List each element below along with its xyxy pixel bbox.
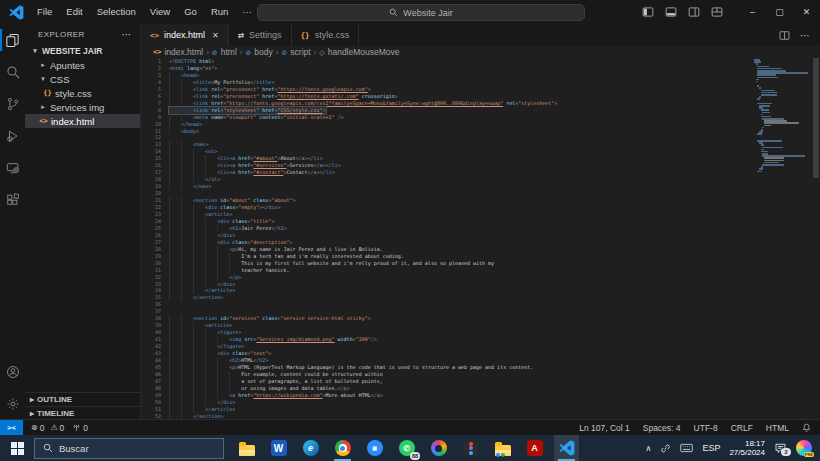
- code-line[interactable]: 33</div>: [141, 281, 820, 288]
- code-line[interactable]: 40<figure>: [141, 329, 820, 336]
- shared-folder-icon[interactable]: [490, 435, 515, 461]
- code-line[interactable]: 31teacher Yannick.: [141, 267, 820, 274]
- code-line[interactable]: 29I'm a tech fan and i'm really interest…: [141, 253, 820, 260]
- code-line[interactable]: 25<h1>Jair Perez</h1>: [141, 225, 820, 232]
- code-line[interactable]: 48or using images and data tables.</p>: [141, 385, 820, 392]
- explorer-icon[interactable]: [0, 24, 25, 56]
- tree-item-index-html[interactable]: <> index.html: [25, 114, 140, 128]
- close-button[interactable]: ✕: [793, 0, 820, 24]
- cursor-position[interactable]: Ln 107, Col 1: [579, 423, 630, 433]
- code-line[interactable]: 19</nav>: [141, 183, 820, 190]
- menu-selection[interactable]: Selection: [90, 3, 143, 21]
- minimap[interactable]: [754, 59, 812, 420]
- command-center-search[interactable]: Website Jair: [257, 4, 585, 21]
- remote-explorer-icon[interactable]: [0, 152, 25, 184]
- paint-app-icon[interactable]: [426, 435, 451, 461]
- minimize-button[interactable]: –: [739, 0, 766, 24]
- code-line[interactable]: 39<article>: [141, 322, 820, 329]
- explorer-more-actions-icon[interactable]: ⋯: [122, 29, 132, 40]
- code-line[interactable]: 6<link rel="preconnect" href="https://fo…: [141, 93, 820, 100]
- problems-indicator[interactable]: ⊗ 0 ⚠ 0: [31, 423, 64, 433]
- code-line[interactable]: 10</head>: [141, 121, 820, 128]
- breadcrumb-function[interactable]: handleMouseMove: [328, 47, 400, 57]
- code-line[interactable]: 45<p>HTML (HyperText Markup Language) is…: [141, 364, 820, 371]
- code-line[interactable]: 28<p>Hi, my name is Jair Perez and i liv…: [141, 246, 820, 253]
- word-icon[interactable]: W: [266, 435, 291, 461]
- menu-run[interactable]: Run: [204, 3, 235, 21]
- code-line[interactable]: 44<h2>HTML</h2>: [141, 357, 820, 364]
- code-line[interactable]: 17<li><a href="#contact">Contact</a></li…: [141, 169, 820, 176]
- touch-keyboard-icon[interactable]: [680, 443, 693, 453]
- code-line[interactable]: 8<link rel="stylesheet" href="CSS/style.…: [141, 107, 820, 114]
- chrome-icon[interactable]: [330, 435, 355, 461]
- language-indicator[interactable]: ESP: [702, 443, 720, 453]
- clock[interactable]: 18:17 27/5/2024: [729, 439, 765, 457]
- code-line[interactable]: 46For example, content could be structur…: [141, 371, 820, 378]
- code-line[interactable]: 23<article>: [141, 211, 820, 218]
- whatsapp-icon[interactable]: ✆ 88: [394, 435, 419, 461]
- file-explorer-icon[interactable]: [234, 435, 259, 461]
- encoding[interactable]: UTF-8: [694, 423, 718, 433]
- menu-go[interactable]: Go: [177, 3, 204, 21]
- code-line[interactable]: 3<head>: [141, 72, 820, 79]
- code-line[interactable]: 11<body>: [141, 128, 820, 135]
- indentation[interactable]: Spaces: 4: [643, 423, 681, 433]
- menu-file[interactable]: File: [30, 3, 59, 21]
- code-line[interactable]: 4<title>My Portfolio</title>: [141, 79, 820, 86]
- code-line[interactable]: 41<img src="Services img/diamond.png" wi…: [141, 336, 820, 343]
- scrollbar-thumb[interactable]: [813, 58, 819, 178]
- tray-expand-icon[interactable]: ∧: [646, 444, 652, 453]
- code-line[interactable]: 1<!DOCTYPE html>: [141, 58, 820, 65]
- menu-edit[interactable]: Edit: [59, 3, 89, 21]
- search-sidebar-icon[interactable]: [0, 56, 25, 88]
- menu-view[interactable]: View: [143, 3, 177, 21]
- code-line[interactable]: 47a set of paragraphs, a list of bullete…: [141, 378, 820, 385]
- breadcrumb-file[interactable]: index.html: [164, 47, 203, 57]
- tree-item-style-css[interactable]: {} style.css: [25, 86, 140, 100]
- code-line[interactable]: 37: [141, 308, 820, 315]
- taskbar-search[interactable]: Buscar: [34, 438, 224, 459]
- code-line[interactable]: 24<div class="title">: [141, 218, 820, 225]
- code-line[interactable]: 26</div>: [141, 232, 820, 239]
- menu-more[interactable]: ···: [235, 3, 259, 21]
- toggle-sidebar-icon[interactable]: [642, 6, 654, 18]
- code-line[interactable]: 15<li><a href="#about">About</a></li>: [141, 155, 820, 162]
- breadcrumb-html[interactable]: html: [221, 47, 237, 57]
- code-line[interactable]: 35</section>: [141, 294, 820, 301]
- tree-item-apuntes[interactable]: ▸ Apuntes: [25, 58, 140, 72]
- acrobat-icon[interactable]: A: [522, 435, 547, 461]
- code-line[interactable]: 50</div>: [141, 399, 820, 406]
- code-line[interactable]: 20: [141, 190, 820, 197]
- tree-item-css[interactable]: ▾ CSS: [25, 72, 140, 86]
- edge-icon[interactable]: e: [298, 435, 323, 461]
- toggle-panel-icon[interactable]: [665, 6, 677, 18]
- figma-icon[interactable]: [458, 435, 483, 461]
- code-line[interactable]: 16<li><a href="#services">Services</a></…: [141, 162, 820, 169]
- code-line[interactable]: 2<html lang="es">: [141, 65, 820, 72]
- source-control-icon[interactable]: [0, 88, 25, 120]
- code-line[interactable]: 5<link rel="preconnect" href="https://fo…: [141, 86, 820, 93]
- split-editor-icon[interactable]: [779, 30, 790, 41]
- tree-item-services-img[interactable]: ▸ Services img: [25, 100, 140, 114]
- tab-index-html[interactable]: <> index.html ✕: [141, 24, 229, 46]
- close-tab-icon[interactable]: ✕: [212, 31, 219, 40]
- code-line[interactable]: 7<link href="https://fonts.googleapis.co…: [141, 100, 820, 107]
- code-editor[interactable]: 1<!DOCTYPE html>2<html lang="es">3<head>…: [141, 58, 820, 420]
- code-line[interactable]: 30This is my first full website and i'm …: [141, 260, 820, 267]
- code-line[interactable]: 49<a href="https://wikipedia.com">More a…: [141, 392, 820, 399]
- code-line[interactable]: 9<meta name="viewport" content="initial-…: [141, 114, 820, 121]
- code-line[interactable]: 22<div class="empty"></div>: [141, 204, 820, 211]
- toggle-secondary-sidebar-icon[interactable]: [688, 6, 700, 18]
- tab-style-css[interactable]: {} style.css: [292, 24, 360, 46]
- code-line[interactable]: 18</ul>: [141, 176, 820, 183]
- extensions-icon[interactable]: [0, 184, 25, 216]
- remote-indicator[interactable]: ><: [0, 420, 23, 435]
- code-line[interactable]: 34</article>: [141, 287, 820, 294]
- customize-layout-icon[interactable]: [711, 6, 723, 18]
- notifications-icon[interactable]: 2: [774, 442, 787, 454]
- code-line[interactable]: 13<nav>: [141, 141, 820, 148]
- code-line[interactable]: 32</p>: [141, 274, 820, 281]
- tree-root-website-jair[interactable]: ▾ WEBSITE JAIR: [25, 44, 140, 58]
- breadcrumb-body[interactable]: body: [254, 47, 272, 57]
- editor-scrollbar[interactable]: [812, 58, 820, 420]
